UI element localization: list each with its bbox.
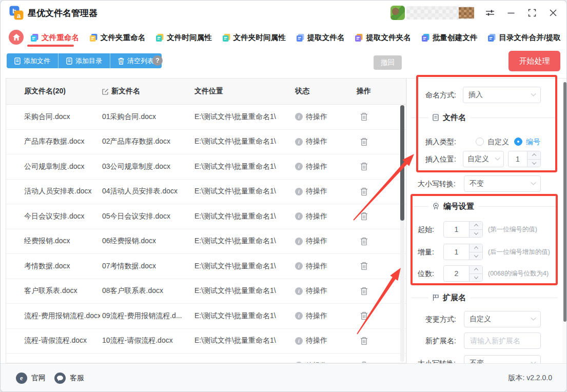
delete-row-button[interactable]: [360, 162, 368, 171]
tab-batch-create[interactable]: 批量创建文件: [421, 25, 478, 50]
change-mode-select[interactable]: 自定义: [464, 311, 541, 327]
naming-method-select[interactable]: 插入: [463, 87, 541, 103]
app-title: 星优文件名管理器: [28, 7, 97, 19]
official-site-link[interactable]: e 官网: [16, 364, 46, 392]
tab-extract-folder[interactable]: 提取文件夹名: [355, 25, 411, 50]
table-row: 今日会议安排.docx 05今日会议安排.docx E:\测试文件\批量重命名1…: [6, 204, 406, 229]
tab-merge-extract[interactable]: 目录文件合并/提取: [487, 25, 561, 50]
new-file-name: 05今日会议安排.docx: [102, 204, 190, 229]
tab-file-time[interactable]: 文件时间属性: [155, 25, 212, 50]
original-file-name: 流程-请假流程.docx: [24, 329, 100, 354]
new-file-name: 08客户联系表.docx: [102, 279, 190, 304]
customer-service-link[interactable]: 客服: [54, 364, 84, 392]
add-directory-button[interactable]: 添加目录: [58, 53, 110, 68]
delete-row-button[interactable]: [360, 112, 368, 121]
new-extension-input[interactable]: [464, 332, 541, 349]
insert-position-select[interactable]: 自定义: [463, 151, 504, 167]
info-icon: i: [295, 138, 303, 146]
tab-folder-time[interactable]: 文件夹时间属性: [222, 25, 286, 50]
table-row: 活动人员安排表.docx 04活动人员安排表.docx E:\测试文件\批量重命…: [6, 180, 406, 205]
spin-down-icon[interactable]: [527, 159, 540, 167]
delete-row-button[interactable]: [360, 187, 368, 196]
status-badge: i待操作: [295, 180, 349, 204]
trash-icon: [360, 187, 368, 196]
case-convert-label: 大小写转换:: [418, 175, 456, 192]
file-path: E:\测试文件\批量重命名1\: [194, 180, 291, 204]
user-avatar[interactable]: [390, 6, 405, 20]
info-icon: i: [295, 113, 303, 121]
new-file-name: 10流程-请假流程.docx: [102, 329, 190, 354]
footer: e 官网 客服 版本: v2.2.0.0: [1, 363, 566, 392]
batch-create-icon: [421, 33, 430, 42]
table-row: 产品库存数据.docx 02产品库存数据.docx E:\测试文件\批量重命名1…: [6, 130, 406, 155]
digits-stepper[interactable]: 2: [443, 265, 483, 282]
spin-up-icon[interactable]: [470, 266, 482, 273]
spin-down-icon[interactable]: [470, 252, 482, 260]
original-file-name: 采购合同.docx: [24, 105, 100, 129]
file-path: E:\测试文件\批量重命名1\: [194, 304, 291, 328]
table-row: 客户联系表.docx 08客户联系表.docx E:\测试文件\批量重命名1\ …: [6, 279, 406, 304]
spin-down-icon[interactable]: [470, 273, 482, 282]
spin-up-icon[interactable]: [470, 244, 482, 252]
svg-text:a: a: [17, 12, 21, 19]
case-convert2-select[interactable]: 不变: [464, 355, 541, 363]
table-scrollbar-track: [400, 105, 404, 362]
table-row: 考情数据.docx 07考情数据.docx E:\测试文件\批量重命名1\ i待…: [6, 254, 406, 279]
toolbar: 添加文件 添加目录 清空列表 ? 撤回 开始处理: [1, 50, 566, 78]
table-scrollbar-thumb[interactable]: [400, 105, 404, 221]
spin-up-icon[interactable]: [470, 222, 482, 229]
trash-icon: [360, 337, 368, 345]
app-logo-icon: b a: [9, 6, 24, 20]
home-button[interactable]: [9, 30, 24, 45]
tab-extract-file[interactable]: 提取文件名: [296, 25, 345, 50]
delete-row-button[interactable]: [360, 262, 368, 270]
file-path: E:\测试文件\批量重命名1\: [194, 105, 291, 129]
version-label: 版本: v2.2.0.0: [508, 364, 552, 392]
delete-row-button[interactable]: [360, 212, 368, 221]
document-icon: [66, 57, 72, 65]
delete-row-button[interactable]: [360, 138, 368, 146]
info-icon: i: [295, 163, 303, 170]
case-convert-select[interactable]: 不变: [464, 175, 541, 192]
trash-icon: [360, 112, 368, 121]
panel-scrollbar-thumb[interactable]: [563, 82, 566, 322]
tabbar: 文件重命名 文件夹重命名 文件时间属性 文件夹时间属性: [1, 25, 566, 50]
undo-button[interactable]: 撤回: [374, 55, 402, 70]
new-file-name: 04活动人员安排表.docx: [102, 180, 190, 204]
chevron-down-icon: [531, 180, 536, 185]
settings-sliders-icon[interactable]: [485, 8, 495, 18]
radio-custom-label[interactable]: 自定义: [487, 138, 509, 146]
status-badge: i待操作: [295, 204, 349, 229]
new-file-name: 07考情数据.docx: [102, 254, 190, 279]
radio-number-label[interactable]: 编号: [526, 138, 540, 146]
insert-position-stepper[interactable]: 1: [508, 151, 541, 167]
digits-hint: (0068的编号位数为4): [488, 265, 549, 282]
delete-row-button[interactable]: [360, 237, 368, 246]
radio-number[interactable]: [514, 138, 522, 146]
maximize-button[interactable]: [527, 8, 537, 18]
minimize-button[interactable]: [506, 8, 516, 18]
delete-row-button[interactable]: [360, 287, 368, 296]
delete-row-button[interactable]: [360, 337, 368, 345]
close-button[interactable]: [548, 8, 558, 18]
radio-custom[interactable]: [476, 138, 484, 146]
file-path: E:\测试文件\批量重命名1\: [194, 229, 291, 254]
digits-label: 位数:: [418, 265, 434, 282]
add-file-button[interactable]: 添加文件: [7, 53, 58, 68]
help-icon[interactable]: ?: [152, 55, 163, 66]
original-file-name: 公司规章制度.docx: [24, 154, 100, 179]
col-file-path: 文件位置: [194, 79, 291, 104]
spin-up-icon[interactable]: [527, 151, 540, 159]
tab-rename-folder[interactable]: 文件夹重命名: [89, 25, 146, 50]
start-number-stepper[interactable]: 1: [443, 221, 483, 238]
tab-rename-file[interactable]: 文件重命名: [30, 25, 79, 50]
new-file-name: 01采购合同.docx: [102, 105, 190, 129]
file-table: 原文件名(20) 新文件名 文件位置 状态 操作 采购合同.docx 01采购合…: [6, 78, 406, 363]
settings-panel: 命名方式: 插入 文件名 插入类型: 自定义 编号 插入位置: 自定义 1 大小…: [406, 78, 567, 363]
spin-down-icon[interactable]: [470, 229, 482, 238]
new-file-name: 06经费报销.docx: [102, 229, 190, 254]
increment-stepper[interactable]: 1: [443, 244, 483, 260]
delete-row-button[interactable]: [360, 311, 368, 320]
start-processing-button[interactable]: 开始处理: [509, 51, 560, 71]
user-account[interactable]: [390, 6, 474, 20]
